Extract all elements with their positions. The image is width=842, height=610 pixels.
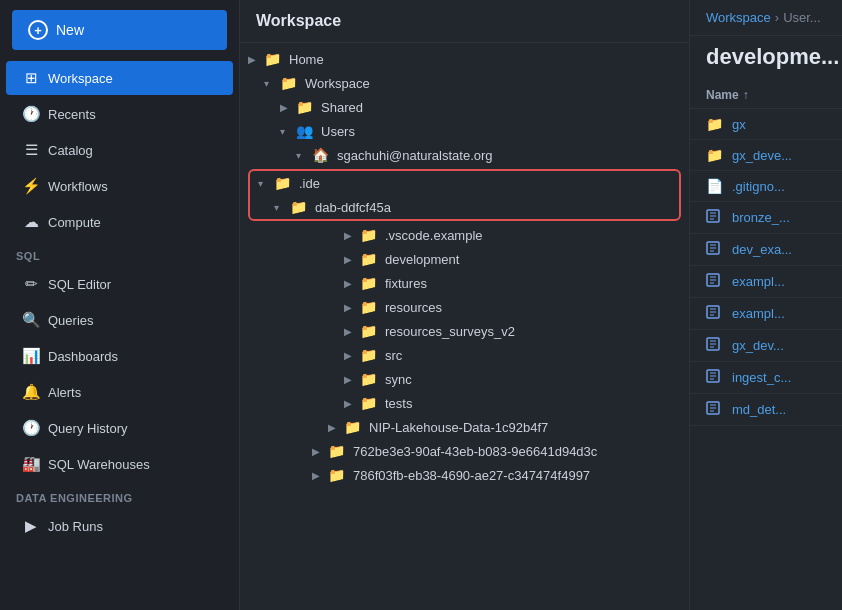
list-item[interactable]: 📁gx_deve...: [690, 140, 842, 171]
file-name: gx_dev...: [732, 338, 784, 353]
folder-icon: 📁: [360, 227, 377, 243]
tree-item-label: sync: [385, 372, 412, 387]
chevron-icon: ▶: [312, 446, 324, 457]
list-item[interactable]: bronze_...: [690, 202, 842, 234]
sidebar-item-label: Query History: [48, 421, 127, 436]
tree-item-user-email[interactable]: ▾🏠sgachuhi@naturalstate.org: [240, 143, 689, 167]
tree-item-workspace-root[interactable]: ▾📁Workspace: [240, 71, 689, 95]
new-button[interactable]: + New: [12, 10, 227, 50]
sidebar-item-compute[interactable]: ☁ Compute: [6, 205, 233, 239]
sidebar-item-label: SQL Editor: [48, 277, 111, 292]
tree-item-fixtures[interactable]: ▶📁fixtures: [240, 271, 689, 295]
tree-item-label: resources_surveys_v2: [385, 324, 515, 339]
folder-icon: 📁: [706, 116, 724, 132]
list-item[interactable]: 📄.gitigno...: [690, 171, 842, 202]
folder-icon: 📁: [360, 299, 377, 315]
tree-item-development[interactable]: ▶📁development: [240, 247, 689, 271]
folder-icon: 📁: [328, 467, 345, 483]
tree-item-tests[interactable]: ▶📁tests: [240, 391, 689, 415]
tree-item-762be3e3[interactable]: ▶📁762be3e3-90af-43eb-b083-9e6641d94d3c: [240, 439, 689, 463]
breadcrumb-users: User...: [783, 10, 821, 25]
file-name: exampl...: [732, 274, 785, 289]
sidebar-item-label: Workspace: [48, 71, 113, 86]
folder-icon: 📁: [360, 371, 377, 387]
breadcrumb-workspace[interactable]: Workspace: [706, 10, 771, 25]
file-name: exampl...: [732, 306, 785, 321]
sidebar-item-dashboards[interactable]: 📊 Dashboards: [6, 339, 233, 373]
tree-item-resources_surveys_v2[interactable]: ▶📁resources_surveys_v2: [240, 319, 689, 343]
sql-warehouses-icon: 🏭: [22, 455, 40, 473]
file-name: md_det...: [732, 402, 786, 417]
sidebar-item-label: Recents: [48, 107, 96, 122]
tree-item-nip-lakehouse[interactable]: ▶📁NIP-Lakehouse-Data-1c92b4f7: [240, 415, 689, 439]
list-item[interactable]: ingest_c...: [690, 362, 842, 394]
notebook-icon: [706, 337, 724, 354]
tree-item-label: Home: [289, 52, 324, 67]
sidebar-item-query-history[interactable]: 🕐 Query History: [6, 411, 233, 445]
tree-item-shared[interactable]: ▶📁Shared: [240, 95, 689, 119]
sidebar-item-recents[interactable]: 🕐 Recents: [6, 97, 233, 131]
list-item[interactable]: dev_exa...: [690, 234, 842, 266]
folder-icon: 📁: [274, 175, 291, 191]
tree-item-label: .ide: [299, 176, 320, 191]
chevron-icon: ▾: [274, 202, 286, 213]
catalog-icon: ☰: [22, 141, 40, 159]
chevron-icon: ▶: [344, 350, 356, 361]
sql-section-label: SQL: [0, 240, 239, 266]
chevron-icon: ▶: [344, 398, 356, 409]
tree-item-label: src: [385, 348, 402, 363]
folder-icon: 📁: [328, 443, 345, 459]
sidebar-item-sql-warehouses[interactable]: 🏭 SQL Warehouses: [6, 447, 233, 481]
tree-item-dab-ddfcf45a[interactable]: ▾📁dab-ddfcf45a: [250, 195, 679, 219]
files-list: 📁gx📁gx_deve...📄.gitigno...bronze_...dev_…: [690, 109, 842, 610]
tree-item-users[interactable]: ▾👥Users: [240, 119, 689, 143]
sidebar-item-job-runs[interactable]: ▶ Job Runs: [6, 509, 233, 543]
folder-icon: 📁: [280, 75, 297, 91]
tree-item-home[interactable]: ▶📁Home: [240, 47, 689, 71]
chevron-icon: ▶: [280, 102, 292, 113]
sidebar-item-catalog[interactable]: ☰ Catalog: [6, 133, 233, 167]
list-item[interactable]: exampl...: [690, 298, 842, 330]
tree-item-ide[interactable]: ▾📁.ide: [250, 171, 679, 195]
tree-item-786f03fb[interactable]: ▶📁786f03fb-eb38-4690-ae27-c347474f4997: [240, 463, 689, 487]
queries-icon: 🔍: [22, 311, 40, 329]
recents-icon: 🕐: [22, 105, 40, 123]
sidebar-item-label: Catalog: [48, 143, 93, 158]
tree-item-label: Shared: [321, 100, 363, 115]
sidebar-item-workflows[interactable]: ⚡ Workflows: [6, 169, 233, 203]
tree-item-resources[interactable]: ▶📁resources: [240, 295, 689, 319]
tree-item-label: resources: [385, 300, 442, 315]
compute-icon: ☁: [22, 213, 40, 231]
list-item[interactable]: exampl...: [690, 266, 842, 298]
tree-item-label: Workspace: [305, 76, 370, 91]
folder-icon: 📁: [360, 275, 377, 291]
list-item[interactable]: 📁gx: [690, 109, 842, 140]
chevron-icon: ▾: [264, 78, 276, 89]
dashboards-icon: 📊: [22, 347, 40, 365]
sidebar-item-label: Workflows: [48, 179, 108, 194]
file-name: gx_deve...: [732, 148, 792, 163]
sidebar-item-workspace[interactable]: ⊞ Workspace: [6, 61, 233, 95]
sidebar-item-alerts[interactable]: 🔔 Alerts: [6, 375, 233, 409]
chevron-icon: ▾: [296, 150, 308, 161]
sidebar-item-queries[interactable]: 🔍 Queries: [6, 303, 233, 337]
chevron-icon: ▾: [258, 178, 270, 189]
list-item[interactable]: gx_dev...: [690, 330, 842, 362]
job-runs-icon: ▶: [22, 517, 40, 535]
page-title: developme...: [690, 36, 842, 82]
folder-icon: 📁: [360, 347, 377, 363]
folder-icon: 📁: [360, 323, 377, 339]
name-column-label: Name: [706, 88, 739, 102]
chevron-icon: ▶: [344, 254, 356, 265]
folder-icon: 📁: [264, 51, 281, 67]
file-name: ingest_c...: [732, 370, 791, 385]
chevron-icon: ▶: [328, 422, 340, 433]
chevron-icon: ▶: [344, 326, 356, 337]
sidebar-item-sql-editor[interactable]: ✏ SQL Editor: [6, 267, 233, 301]
tree-item-sync[interactable]: ▶📁sync: [240, 367, 689, 391]
list-item[interactable]: md_det...: [690, 394, 842, 426]
tree-item-src[interactable]: ▶📁src: [240, 343, 689, 367]
alerts-icon: 🔔: [22, 383, 40, 401]
sidebar-item-label: Queries: [48, 313, 94, 328]
tree-item-vscode-example[interactable]: ▶📁.vscode.example: [240, 223, 689, 247]
